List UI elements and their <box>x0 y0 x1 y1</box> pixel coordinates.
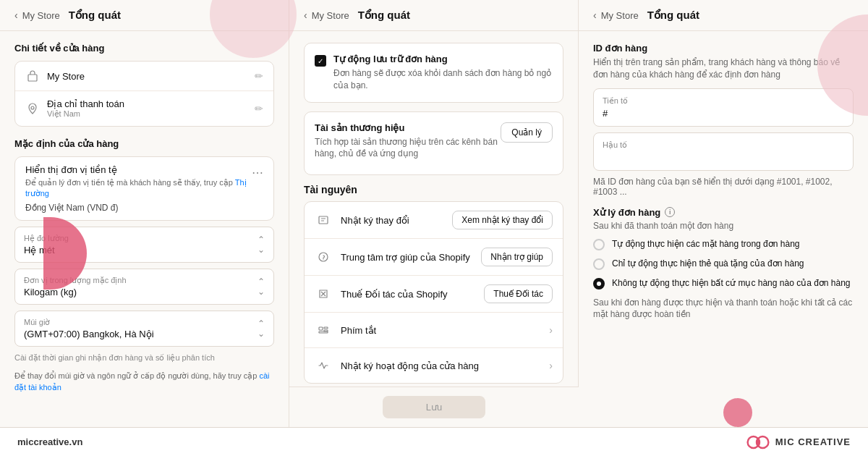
panel2-header: ‹ My Store Tổng quát <box>289 0 578 31</box>
panel1-back-arrow[interactable]: ‹ <box>14 9 18 21</box>
support-icon <box>315 248 332 266</box>
panel3-back-arrow[interactable]: ‹ <box>593 9 597 21</box>
panel2-breadcrumb[interactable]: My Store <box>312 10 349 21</box>
shortcuts-chevron: › <box>549 324 553 336</box>
changelog-icon <box>315 211 332 229</box>
defaults-card: Hiển thị đơn vị tiền tệ Để quản lý đơn v… <box>14 156 274 221</box>
panel2-title: Tổng quát <box>358 9 410 22</box>
billing-edit[interactable]: ✏ <box>255 103 263 114</box>
after-note: Sau khi đơn hàng được thực hiện và thanh… <box>593 297 854 321</box>
brand-header: Tài sản thương hiệu Tích hợp tài sản thư… <box>315 122 553 161</box>
brand-desc: Tích hợp tài sản thương hiệu trên các kê… <box>315 136 501 161</box>
processing-section: Xử lý đơn hàng i Sau khi đã thanh toán m… <box>593 207 854 321</box>
activity-chevron: › <box>549 360 553 371</box>
prefix-value: # <box>603 108 844 119</box>
tax-row: Thuế Đối tác của Shopify Thuế Đối tác <box>305 276 563 313</box>
order-id-title: ID đơn hàng <box>593 43 854 54</box>
store-detail-card: My Store ✏ Địa chỉ thanh toán <box>14 61 274 127</box>
panel2-back-arrow[interactable]: ‹ <box>304 9 307 21</box>
mic-creative-logo-icon <box>746 435 770 449</box>
svg-point-5 <box>319 253 328 261</box>
support-row: Trung tâm trợ giúp của Shopify Nhận trợ … <box>305 239 563 276</box>
timezone-chevron: ⌃⌄ <box>258 318 265 339</box>
shortcuts-label: Phím tắt <box>341 325 549 336</box>
store-name: My Store <box>47 71 255 82</box>
panel2-content: ✓ Tự động lưu trữ đơn hàng Đơn hàng sẽ đ… <box>289 31 578 422</box>
billing-value: Việt Nam <box>47 109 255 119</box>
support-label: Trung tâm trợ giúp của Shopify <box>341 252 481 263</box>
radio-2-outer[interactable] <box>593 258 605 270</box>
prefix-label: Tiền tố <box>603 96 844 106</box>
activity-icon <box>315 357 332 374</box>
timezone-note: Cài đặt thời gian ghi nhận đơn hàng và s… <box>14 352 274 363</box>
radio-3-outer[interactable] <box>593 278 605 290</box>
resources-title: Tài nguyên <box>304 184 563 195</box>
billing-label: Địa chỉ thanh toán <box>47 98 255 109</box>
check-icon: ✓ <box>318 57 323 65</box>
radio-option-3[interactable]: Không tự động thực hiện bất cứ mục hàng … <box>593 277 854 290</box>
panel1-title: Tổng quát <box>69 9 121 22</box>
tax-icon <box>315 285 332 303</box>
deco-circle-bottom <box>723 398 752 427</box>
info-icon[interactable]: i <box>665 207 675 217</box>
billing-text: Địa chỉ thanh toán Việt Nam <box>47 98 255 119</box>
support-button[interactable]: Nhận trợ giúp <box>481 248 553 266</box>
store-name-edit[interactable]: ✏ <box>255 70 263 82</box>
resources-section: Tài nguyên Nhật ký thay đổi <box>304 184 563 384</box>
footer-brand-text: miccreative.vn <box>17 436 82 447</box>
currency-menu[interactable]: ⋯ <box>252 166 263 180</box>
panel3-title: Tổng quát <box>647 9 699 22</box>
timezone-value: (GMT+07:00) Bangkok, Hà Nội <box>24 329 154 339</box>
changelog-label: Nhật ký thay đổi <box>341 215 452 226</box>
brand-info: Tài sản thương hiệu Tích hợp tài sản thư… <box>315 122 501 161</box>
svg-rect-9 <box>319 332 328 333</box>
panel1-breadcrumb[interactable]: My Store <box>22 10 60 21</box>
prefix-field[interactable]: Tiền tố # <box>593 88 854 127</box>
shortcuts-icon <box>315 321 332 339</box>
currency-desc: Để quản lý đơn vị tiền tệ mà khách hàng … <box>25 177 263 200</box>
radio-option-1[interactable]: Tự động thực hiện các mặt hàng trong đơn… <box>593 238 854 250</box>
suffix-value <box>603 152 844 163</box>
radio-3-inner <box>597 282 601 286</box>
radio-label-2: Chỉ tự động thực hiện thẻ quà tặng của đ… <box>612 258 804 270</box>
timezone-select[interactable]: Múi giờ (GMT+07:00) Bangkok, Hà Nội ⌃⌄ <box>14 311 274 347</box>
store-icon <box>25 69 40 83</box>
billing-row: Địa chỉ thanh toán Việt Nam ✏ <box>15 91 273 126</box>
footer: miccreative.vn MIC CREATIVE <box>0 427 868 456</box>
changelog-button[interactable]: Xem nhật ký thay đổi <box>452 211 553 229</box>
currency-item: Hiển thị đơn vị tiền tệ Để quản lý đơn v… <box>15 157 273 220</box>
save-bar: Lưu <box>289 387 578 422</box>
changelog-row: Nhật ký thay đổi Xem nhật ký thay đổi <box>305 202 563 239</box>
auto-save-content: Tự động lưu trữ đơn hàng Đơn hàng sẽ đượ… <box>333 54 553 92</box>
auto-save-card: ✓ Tự động lưu trữ đơn hàng Đơn hàng sẽ đ… <box>304 43 563 103</box>
svg-point-1 <box>31 106 34 109</box>
activity-label: Nhật ký hoạt động của cửa hàng <box>341 360 549 371</box>
activity-row[interactable]: Nhật ký hoạt động của cửa hàng › <box>305 348 563 383</box>
svg-rect-7 <box>324 327 328 329</box>
suffix-label: Hậu tố <box>603 140 844 150</box>
shortcuts-row[interactable]: Phím tắt › <box>305 313 563 348</box>
brand-title: Tài sản thương hiệu <box>315 122 501 133</box>
radio-option-2[interactable]: Chỉ tự động thực hiện thẻ quà tặng của đ… <box>593 258 854 270</box>
location-icon <box>25 101 40 116</box>
radio-1-outer[interactable] <box>593 239 605 250</box>
svg-rect-0 <box>28 75 37 81</box>
weight-chevron: ⌃⌄ <box>258 276 265 297</box>
manage-button[interactable]: Quản lý <box>501 122 553 143</box>
store-name-row: My Store ✏ <box>15 62 273 91</box>
panel3-breadcrumb[interactable]: My Store <box>601 10 639 21</box>
footer-logo: MIC CREATIVE <box>746 435 851 449</box>
currency-title: Hiển thị đơn vị tiền tệ <box>25 164 263 175</box>
tax-button[interactable]: Thuế Đối tác <box>484 284 553 303</box>
auto-save-checkbox[interactable]: ✓ <box>315 55 326 67</box>
svg-rect-6 <box>319 327 323 330</box>
brand-card: Tài sản thương hiệu Tích hợp tài sản thư… <box>304 111 563 176</box>
resource-card: Nhật ký thay đổi Xem nhật ký thay đổi Tr… <box>304 201 563 384</box>
suffix-field[interactable]: Hậu tố <box>593 132 854 171</box>
save-button[interactable]: Lưu <box>383 396 485 418</box>
processing-desc: Sau khi đã thanh toán một đơn hàng <box>593 221 854 231</box>
panel3-header: ‹ My Store Tổng quát <box>579 0 868 31</box>
timezone-label: Múi giờ <box>24 318 154 327</box>
id-format-note: Mã ID đơn hàng của bạn sẽ hiển thị dưới … <box>593 177 854 197</box>
weight-value: Kilogam (kg) <box>24 287 127 297</box>
